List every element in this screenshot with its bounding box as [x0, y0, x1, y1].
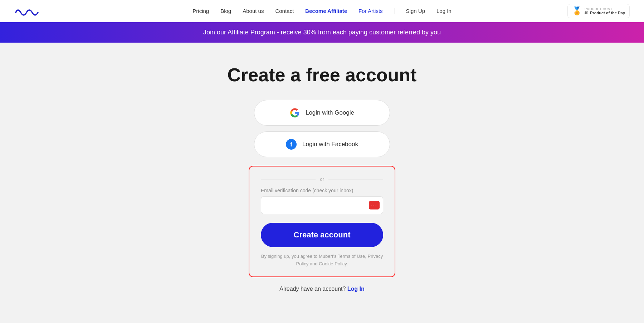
nav-links: Pricing Blog About us Contact Become Aff… — [192, 8, 451, 14]
nav-artists[interactable]: For Artists — [358, 8, 383, 14]
google-icon — [290, 108, 300, 118]
facebook-btn-label: Login with Facebook — [302, 141, 358, 148]
navbar: Pricing Blog About us Contact Become Aff… — [0, 0, 644, 22]
nav-signup[interactable]: Sign Up — [406, 8, 425, 14]
or-text: or — [320, 177, 324, 182]
dots-icon: ··· — [371, 203, 377, 208]
login-link[interactable]: Log In — [347, 286, 365, 292]
email-input-wrapper: ··· — [261, 196, 383, 214]
medal-icon: 🏅 — [572, 6, 582, 16]
or-line-left — [261, 179, 316, 179]
already-account-text: Already have an account? Log In — [279, 286, 364, 292]
logo-icon[interactable] — [14, 5, 40, 17]
ph-label: PRODUCT HUNT — [585, 7, 625, 11]
page-title: Create a free account — [228, 64, 417, 86]
google-btn-label: Login with Google — [306, 109, 354, 116]
facebook-login-button[interactable]: f Login with Facebook — [254, 131, 390, 157]
nav-pricing[interactable]: Pricing — [192, 8, 209, 14]
nav-login[interactable]: Log In — [436, 8, 452, 14]
email-icon: ··· — [369, 201, 380, 209]
email-input[interactable] — [261, 196, 383, 214]
banner-text: Join our Affiliate Program - receive 30%… — [203, 29, 441, 36]
email-label: Email verification code (check your inbo… — [261, 188, 383, 193]
nav-affiliate[interactable]: Become Affiliate — [305, 8, 347, 14]
navbar-right: 🏅 PRODUCT HUNT #1 Product of the Day — [567, 4, 630, 18]
google-login-button[interactable]: Login with Google — [254, 100, 390, 126]
nav-divider — [394, 8, 395, 14]
terms-text: By signing up, you agree to Mubert's Ter… — [261, 253, 383, 268]
ph-title: #1 Product of the Day — [585, 11, 625, 15]
nav-about[interactable]: About us — [243, 8, 264, 14]
main-content: Create a free account Login with Google … — [0, 43, 644, 292]
or-divider: or — [261, 177, 383, 182]
affiliate-banner[interactable]: Join our Affiliate Program - receive 30%… — [0, 22, 644, 43]
logo-area — [14, 5, 40, 17]
nav-contact[interactable]: Contact — [275, 8, 294, 14]
or-line-right — [328, 179, 383, 179]
nav-blog[interactable]: Blog — [220, 8, 231, 14]
facebook-icon: f — [286, 139, 297, 150]
product-hunt-badge[interactable]: 🏅 PRODUCT HUNT #1 Product of the Day — [567, 4, 630, 18]
signup-form-box: or Email verification code (check your i… — [249, 166, 395, 277]
ph-text: PRODUCT HUNT #1 Product of the Day — [585, 7, 625, 15]
create-account-button[interactable]: Create account — [261, 223, 383, 247]
